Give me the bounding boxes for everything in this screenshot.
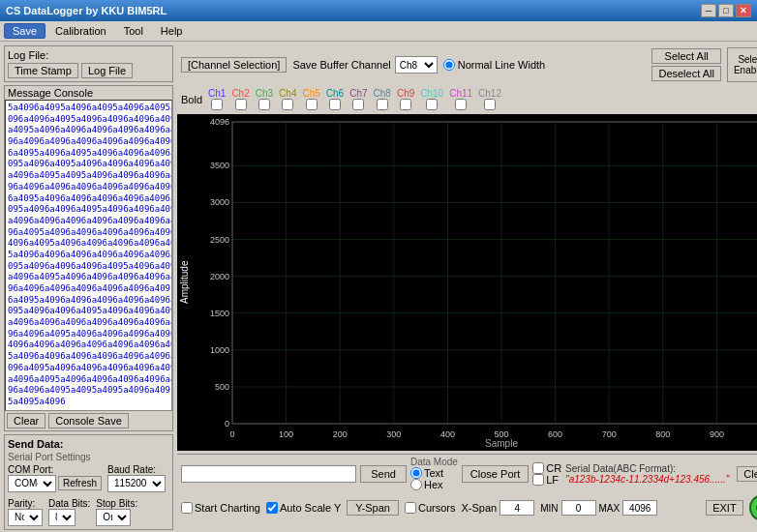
time-stamp-button[interactable]: Time Stamp <box>8 63 78 78</box>
bottom-bar: Send Data Mode Text Hex Close Port <box>177 454 757 523</box>
minimize-button[interactable]: ─ <box>701 4 716 17</box>
save-buffer-channel-select[interactable]: Ch8 <box>395 56 438 74</box>
hex-mode-label[interactable]: Hex <box>410 479 458 490</box>
max-label: MAX <box>599 503 621 514</box>
text-mode-label[interactable]: Text <box>410 467 458 479</box>
refresh-button[interactable]: Refresh <box>58 476 102 490</box>
ch8-label: Ch8 <box>374 88 391 99</box>
ch6-checkbox[interactable] <box>329 99 341 110</box>
select-enabled-button[interactable]: Select Enabled <box>727 47 757 82</box>
console-save-button[interactable]: Console Save <box>48 413 129 429</box>
x-span-label: X-Span <box>461 502 497 514</box>
ch5-checkbox[interactable] <box>306 99 318 110</box>
power-button[interactable]: ⏻ <box>749 494 757 521</box>
ch3-checkbox[interactable] <box>258 99 270 110</box>
log-file-label: Log File: <box>8 49 169 61</box>
bold-label: Bold <box>181 94 202 105</box>
x-span-input[interactable] <box>500 500 534 516</box>
send-button[interactable]: Send <box>360 465 407 483</box>
ch10-checkbox[interactable] <box>426 99 438 110</box>
calibration-menu[interactable]: Calibration <box>47 23 114 39</box>
data-bits-label: Data Bits: <box>48 498 90 509</box>
ch2-label: Ch2 <box>231 88 249 99</box>
max-input[interactable] <box>622 500 657 516</box>
save-buffer-label: Save Buffer Channel <box>292 59 390 71</box>
chart-clear-button[interactable]: Clear <box>737 466 757 482</box>
ch2-checkbox[interactable] <box>235 99 247 110</box>
serial-data-format-label: Serial Data(ABC Format): <box>565 463 733 474</box>
lf-checkbox[interactable] <box>532 474 544 486</box>
app-title: CS DataLogger by KKU BIM5RL <box>6 5 167 16</box>
stop-bits-select[interactable]: One <box>96 509 131 526</box>
cr-label[interactable]: CR <box>532 462 561 474</box>
ch4-checkbox[interactable] <box>282 99 293 110</box>
lf-label[interactable]: LF <box>532 474 561 486</box>
ch12-label: Ch12 <box>478 88 501 99</box>
close-port-button[interactable]: Close Port <box>462 465 529 483</box>
title-bar: CS DataLogger by KKU BIM5RL ─ □ ✕ <box>0 0 757 21</box>
serial-data-value: "a123b-1234c-11.2334d+123.456......" <box>565 474 733 485</box>
help-menu[interactable]: Help <box>153 23 191 39</box>
cursors-checkbox[interactable] <box>405 502 416 514</box>
channel-selection-label: [Channel Selection] <box>181 57 287 73</box>
ch1-checkbox[interactable] <box>211 99 223 110</box>
ch10-label: Ch10 <box>420 88 443 99</box>
y-span-button[interactable]: Y-Span <box>347 500 399 516</box>
ch11-checkbox[interactable] <box>455 99 467 110</box>
save-menu-button[interactable]: Save <box>4 23 45 39</box>
send-data-section: Send Data: Serial Port Settings COM Port… <box>4 434 173 530</box>
baud-rate-select[interactable]: 115200 <box>107 475 166 492</box>
close-button[interactable]: ✕ <box>736 4 751 17</box>
data-bits-select[interactable]: 8 <box>48 509 76 526</box>
message-console-section: Message Console 5a4096a4095a4096a4095a40… <box>4 85 173 431</box>
start-charting-label[interactable]: Start Charting <box>181 502 260 514</box>
ch8-checkbox[interactable] <box>377 99 388 110</box>
chart-canvas <box>192 114 757 451</box>
min-input[interactable] <box>561 500 596 516</box>
stop-bits-label: Stop Bits: <box>96 498 137 509</box>
hex-mode-radio[interactable] <box>410 479 422 490</box>
select-all-button[interactable]: Select All <box>651 48 720 64</box>
deselect-all-button[interactable]: Deselect All <box>651 66 720 81</box>
ch12-checkbox[interactable] <box>484 99 496 110</box>
serial-port-settings-label: Serial Port Settings <box>8 452 169 462</box>
auto-scale-y-checkbox[interactable] <box>266 502 278 514</box>
cr-checkbox[interactable] <box>532 462 544 474</box>
message-console-label: Message Console <box>5 86 172 100</box>
normal-line-width-label: Normal Line Width <box>458 59 545 71</box>
parity-select[interactable]: Non <box>8 509 43 526</box>
maximize-button[interactable]: □ <box>718 4 734 17</box>
normal-line-width-radio[interactable] <box>443 59 455 71</box>
com-port-label: COM Port: <box>8 464 53 475</box>
start-charting-checkbox[interactable] <box>181 502 193 514</box>
menu-bar: Save Calibration Tool Help <box>0 21 757 42</box>
exit-button[interactable]: EXIT <box>706 500 742 516</box>
cursors-label[interactable]: Cursors <box>405 502 456 514</box>
baud-rate-label: Baud Rate: <box>107 464 156 475</box>
ch9-checkbox[interactable] <box>400 99 411 110</box>
send-data-label: Send Data: <box>8 438 169 450</box>
console-output: 5a4096a4095a4096a4095a4096a4095a4 096a40… <box>5 100 172 411</box>
ch7-label: Ch7 <box>349 88 367 99</box>
y-axis-label: Amplitude <box>177 114 192 451</box>
ch7-checkbox[interactable] <box>352 99 364 110</box>
min-label: MIN <box>540 503 558 514</box>
log-file-button[interactable]: Log File <box>81 63 133 78</box>
ch3-label: Ch3 <box>256 88 273 99</box>
com-port-select[interactable]: COM44 <box>8 475 56 492</box>
ch5-label: Ch5 <box>302 88 319 99</box>
ch6-label: Ch6 <box>326 88 344 99</box>
text-mode-radio[interactable] <box>410 467 422 479</box>
tool-menu[interactable]: Tool <box>116 23 151 39</box>
clear-console-button[interactable]: Clear <box>7 413 45 429</box>
ch11-label: Ch11 <box>449 88 472 99</box>
auto-scale-y-label[interactable]: Auto Scale Y <box>266 502 341 514</box>
log-file-section: Log File: Time Stamp Log File <box>4 45 173 82</box>
ch1-label: Ch1 <box>208 88 226 99</box>
parity-label: Parity: <box>8 498 35 509</box>
ch9-label: Ch9 <box>397 88 414 99</box>
channel-selection-bar: [Channel Selection] Save Buffer Channel … <box>177 45 757 84</box>
ch4-label: Ch4 <box>279 88 296 99</box>
channel-checkboxes-bar: Bold Ch1 Ch2 Ch3 Ch4 Ch5 Ch6 <box>177 87 757 111</box>
send-input[interactable] <box>181 465 356 483</box>
